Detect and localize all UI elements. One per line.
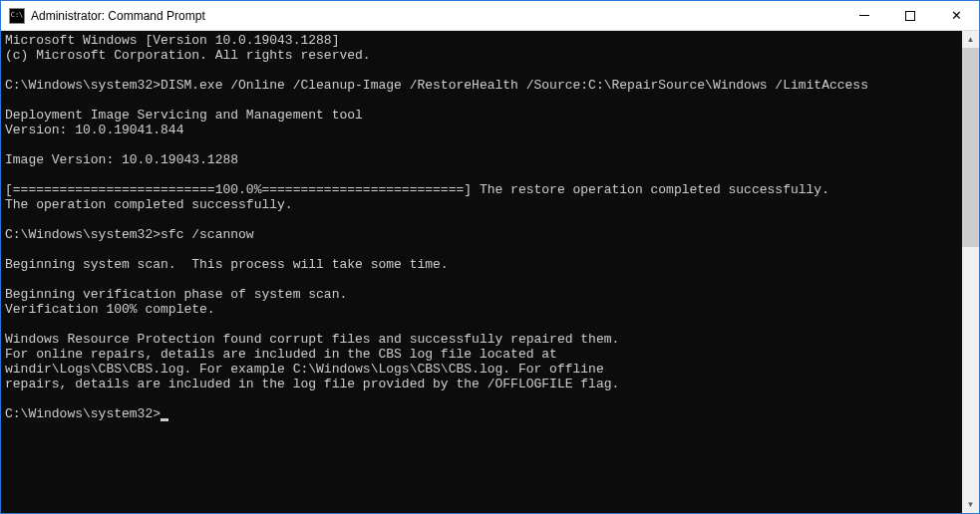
maximize-button[interactable] (887, 1, 933, 30)
terminal-line: repairs, details are included in the log… (5, 377, 958, 391)
scroll-down-arrow[interactable]: ▼ (962, 496, 979, 513)
scroll-up-arrow[interactable]: ▲ (962, 31, 979, 48)
terminal-line: Beginning verification phase of system s… (5, 287, 958, 302)
terminal-line: C:\Windows\system32>DISM.exe /Online /Cl… (5, 78, 958, 93)
terminal-line (5, 93, 958, 108)
vertical-scrollbar[interactable]: ▲ ▼ (962, 31, 979, 513)
terminal-line: Windows Resource Protection found corrup… (5, 332, 958, 347)
terminal-prompt[interactable]: C:\Windows\system32> (5, 406, 958, 421)
terminal-line (5, 317, 958, 332)
terminal-output[interactable]: Microsoft Windows [Version 10.0.19043.12… (1, 31, 962, 513)
close-button[interactable]: ✕ (933, 1, 979, 30)
terminal-line: Beginning system scan. This process will… (5, 257, 958, 272)
terminal-line (5, 167, 958, 182)
window-controls: ✕ (841, 1, 979, 30)
window-title: Administrator: Command Prompt (31, 9, 841, 23)
terminal-area: Microsoft Windows [Version 10.0.19043.12… (1, 31, 979, 513)
terminal-line: Image Version: 10.0.19043.1288 (5, 152, 958, 167)
prompt-text: C:\Windows\system32> (5, 406, 161, 421)
command-prompt-window: C:\ Administrator: Command Prompt ✕ Micr… (0, 0, 980, 514)
terminal-line (5, 212, 958, 227)
app-icon: C:\ (9, 8, 25, 24)
cursor (161, 418, 168, 421)
terminal-line (5, 137, 958, 152)
titlebar[interactable]: C:\ Administrator: Command Prompt ✕ (1, 1, 979, 31)
maximize-icon (905, 11, 915, 21)
app-icon-text: C:\ (11, 12, 24, 19)
terminal-line (5, 242, 958, 257)
terminal-line: (c) Microsoft Corporation. All rights re… (5, 48, 958, 63)
scroll-track[interactable] (962, 48, 979, 496)
terminal-line: windir\Logs\CBS\CBS.log. For example C:\… (5, 362, 958, 377)
terminal-line: Verification 100% complete. (5, 302, 958, 317)
terminal-line: For online repairs, details are included… (5, 347, 958, 362)
terminal-line: The operation completed successfully. (5, 197, 958, 212)
terminal-line: Deployment Image Servicing and Managemen… (5, 108, 958, 123)
close-icon: ✕ (951, 9, 962, 22)
terminal-line: Microsoft Windows [Version 10.0.19043.12… (5, 33, 958, 48)
terminal-line: C:\Windows\system32>sfc /scannow (5, 227, 958, 242)
terminal-line: [==========================100.0%=======… (5, 182, 958, 197)
terminal-line (5, 391, 958, 406)
scroll-thumb[interactable] (962, 48, 979, 247)
terminal-line: Version: 10.0.19041.844 (5, 123, 958, 137)
terminal-line (5, 272, 958, 287)
minimize-button[interactable] (841, 1, 887, 30)
minimize-icon (859, 15, 869, 16)
terminal-line (5, 63, 958, 78)
